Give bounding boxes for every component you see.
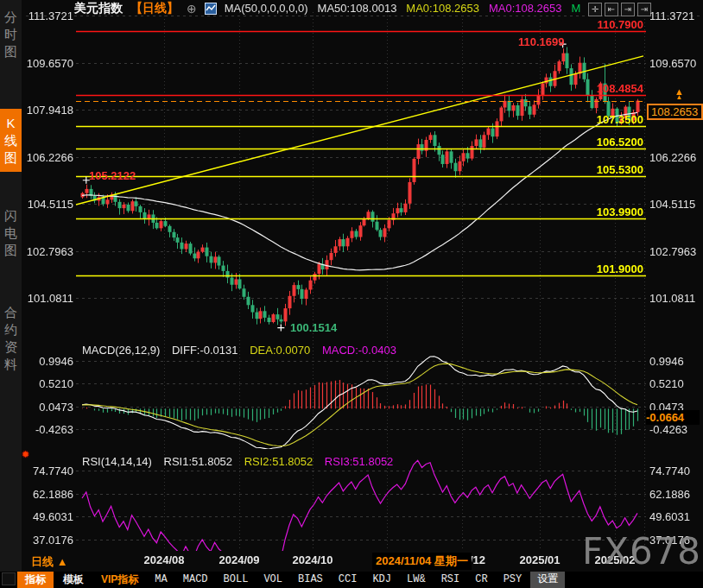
footer-tab-PSY[interactable]: PSY: [497, 572, 529, 588]
footer-tab-VOL[interactable]: VOL: [256, 572, 289, 588]
axis-label: 0.0473: [21, 401, 73, 414]
axis-label: 37.0176: [21, 534, 73, 547]
axis-label: 111.3721: [21, 9, 73, 22]
period-dropdown[interactable]: 日线 ▲: [31, 554, 68, 570]
bottom-toolbar: 指标模板VIP指标MAMACDBOLLVOLBIASCCIKDJLW&RSICR…: [0, 572, 703, 588]
axis-label: 102.7963: [649, 245, 696, 258]
sidebar: 分时图K线图闪电图合约资料: [0, 0, 22, 572]
header-segment-2: MA0:108.2653: [406, 2, 479, 15]
header-segment-0: MA(50,0,0,0,0,0): [225, 2, 308, 15]
rsi3-value: RSI3:51.8052: [325, 455, 394, 468]
chart-thumbnail-icon: [205, 3, 217, 15]
price-line-label: 103.9900: [592, 205, 643, 218]
macd-header: MACD(26,12,9) DIFF:-0.0131 DEA:0.0070 MA…: [82, 344, 405, 357]
axis-label: 0.5210: [21, 377, 73, 390]
footer-tab-BOLL[interactable]: BOLL: [217, 572, 256, 588]
axis-label: 111.3721: [649, 9, 694, 22]
price-line-label: 106.5200: [592, 136, 643, 149]
compress-right-icon[interactable]: ⇥: [621, 3, 635, 16]
axis-label: 109.6570: [21, 57, 73, 70]
price-line-label: 105.5300: [592, 163, 643, 176]
sidebar-item-2[interactable]: 闪电图: [0, 205, 22, 260]
footer-tab-RSI[interactable]: RSI: [434, 572, 467, 588]
sidebar-item-3[interactable]: 合约资料: [0, 302, 22, 374]
rsi2-value: RSI2:51.8052: [244, 455, 314, 468]
axis-label: 74.7740: [21, 465, 73, 477]
axis-label: 104.5115: [649, 198, 695, 211]
axis-label: 109.6570: [649, 57, 696, 70]
footer-tab-CCI[interactable]: CCI: [332, 572, 364, 588]
toolbar-corner-button[interactable]: [2, 572, 16, 585]
period-tag: 【日线】: [130, 1, 179, 16]
axis-label: 106.2266: [21, 151, 73, 164]
header-segment-3: MA0:108.2653: [489, 2, 562, 15]
rsi-header: RSI(14,14,14) RSI1:51.8052 RSI2:51.8052 …: [82, 455, 402, 468]
indicator-values: MA(50,0,0,0,0,0)MA50:108.0013MA0:108.265…: [225, 2, 581, 15]
macd-name: MACD(26,12,9): [82, 344, 160, 357]
footer-tab-设置[interactable]: 设置: [530, 572, 565, 588]
axis-label: 101.0811: [21, 292, 73, 305]
price-up-arrow-icon: ▲▲: [674, 87, 684, 102]
rsi1-value: RSI1:51.8052: [164, 455, 233, 468]
macd-value-badge: -0.0664: [646, 410, 700, 425]
footer-tab-CR[interactable]: CR: [468, 572, 494, 588]
header-segment-4: M: [572, 2, 581, 15]
sidebar-item-0[interactable]: 分时图: [0, 7, 22, 61]
axis-label: -0.4263: [21, 423, 73, 436]
footer-tab-LW&[interactable]: LW&: [400, 572, 433, 588]
axis-label: 49.6031: [649, 510, 690, 523]
price-line-label: 108.4854: [592, 82, 643, 95]
macd-dea-value: DEA:0.0070: [250, 344, 310, 357]
price-line-label: 110.7900: [592, 18, 643, 31]
axis-label: 74.7740: [649, 465, 690, 477]
axis-label: 0.5210: [649, 377, 684, 390]
axis-label: 0.9946: [649, 355, 684, 368]
macd-diff-value: DIFF:-0.0131: [172, 344, 238, 357]
current-price-badge: 108.2653: [647, 104, 703, 120]
xaxis-label: 2024/08: [144, 553, 185, 566]
watermark: FX678: [582, 530, 701, 572]
xaxis-label: 2025/01: [520, 553, 560, 566]
xaxis-label: 2024/10: [293, 553, 333, 566]
price-annotation: 110.1699: [518, 35, 565, 48]
axis-label: 104.5115: [21, 198, 73, 211]
macd-macd-value: MACD:-0.0403: [322, 344, 396, 357]
axis-label: 107.9418: [21, 104, 73, 117]
pan-icon[interactable]: ✛: [588, 3, 602, 16]
footer-tab-模板[interactable]: 模板: [55, 572, 92, 588]
footer-tab-MACD[interactable]: MACD: [176, 572, 215, 588]
axis-label: 62.1886: [649, 488, 690, 501]
add-indicator-button[interactable]: ⊕: [187, 2, 197, 16]
axis-label: 101.0811: [649, 292, 695, 305]
compress-left-icon[interactable]: ⇤: [605, 3, 618, 16]
axis-label: 0.9946: [21, 355, 73, 368]
rsi-name: RSI(14,14,14): [82, 455, 152, 468]
axis-label: 106.2266: [649, 151, 696, 164]
xaxis-label: 2024/09: [219, 553, 260, 566]
chart-header: 美元指数 【日线】 ⊕ MA(50,0,0,0,0,0)MA50:108.001…: [74, 1, 580, 16]
price-line-label: 101.9000: [592, 262, 643, 275]
axis-label: 62.1886: [21, 488, 73, 501]
footer-tab-VIP指标[interactable]: VIP指标: [93, 572, 146, 588]
footer-tab-KDJ[interactable]: KDJ: [365, 572, 398, 588]
header-segment-1: MA50:108.0013: [318, 2, 397, 15]
footer-tab-指标[interactable]: 指标: [17, 572, 54, 588]
chart-toolbar-buttons: ✛⇤⇥⇥: [588, 3, 651, 16]
axis-label: 102.7963: [21, 245, 73, 258]
axis-label: -0.4263: [649, 423, 687, 436]
footer-tab-BIAS[interactable]: BIAS: [291, 572, 330, 588]
page-title: 美元指数: [74, 1, 123, 16]
price-line-label: 107.3500: [592, 113, 643, 126]
date-tooltip: 2024/11/04 星期一: [372, 553, 472, 570]
live-indicator-icon: ✹: [22, 449, 29, 460]
axis-label: 49.6031: [21, 510, 73, 523]
price-annotation: 100.1514: [290, 321, 337, 334]
footer-tab-MA[interactable]: MA: [148, 572, 174, 588]
trading-app: 分时图K线图闪电图合约资料 美元指数 【日线】 ⊕ MA(50,0,0,0,0,…: [0, 0, 703, 588]
xaxis-label: /12: [470, 553, 485, 566]
price-annotation: 105.2122: [89, 169, 136, 182]
sidebar-item-1[interactable]: K线图: [0, 109, 22, 172]
